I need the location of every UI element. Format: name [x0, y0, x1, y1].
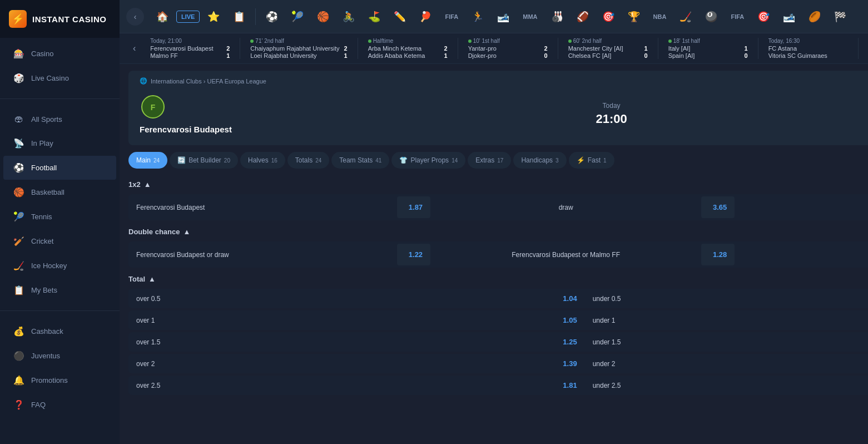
sidebar-item-live-casino[interactable]: 🎲 Live Casino	[3, 66, 116, 90]
tab-bet-builder-label: Bet Builder	[189, 156, 221, 164]
section-double-chance-title[interactable]: Double chance ▲	[128, 228, 190, 236]
sidebar-item-football[interactable]: ⚽ Football	[3, 156, 116, 180]
nav-target-button[interactable]: 🎯	[752, 6, 775, 27]
dc-opt2-odd[interactable]: 1.28	[701, 244, 735, 265]
sidebar-item-ice-hockey[interactable]: 🏒 Ice Hockey	[3, 254, 116, 278]
chevron-up-icon-2: ▲	[183, 228, 190, 236]
tab-extras[interactable]: Extras 17	[468, 152, 511, 169]
dc-opt2-label: Ferencvarosi Budapest or Malmo FF	[433, 244, 699, 265]
tab-handicaps[interactable]: Handicaps 3	[513, 152, 566, 169]
ticker-arrow-left[interactable]: ‹	[128, 43, 140, 53]
ticker-team-away-4: Chelsea FC [AI]	[568, 52, 612, 59]
nav-pencil-button[interactable]: ✏️	[388, 6, 411, 27]
ticker-match-6[interactable]: Today, 16:30 FC Astana Vitoria SC Guimar…	[758, 38, 859, 59]
sidebar-item-basketball[interactable]: 🏀 Basketball	[3, 180, 116, 204]
total-over-odd-1[interactable]: 1.05	[546, 310, 585, 330]
ticker-match-3[interactable]: 10' 1st half Yantar-pro 2 Djoker-pro 0	[458, 38, 558, 59]
tab-fast-count: 1	[603, 157, 607, 164]
sidebar-item-my-bets[interactable]: 📋 My Bets	[3, 278, 116, 302]
nav-darts-button[interactable]: 🎯	[597, 6, 620, 27]
tab-main[interactable]: Main 24	[128, 152, 167, 169]
promotions-icon: 🔔	[13, 375, 24, 386]
nav-tabletennis-button[interactable]: 🏓	[414, 6, 437, 27]
nav-football-button[interactable]: ⚽	[260, 6, 284, 27]
nav-golf-button[interactable]: ⛳	[363, 6, 386, 27]
ticker-match-7[interactable]: Today, 18:45 Besiktas Istanbul Maccabi T…	[859, 38, 868, 59]
tab-player-props[interactable]: 👕 Player Props 14	[391, 152, 465, 169]
bet-home-odd[interactable]: 1.87	[397, 196, 430, 218]
collapse-sidebar-button[interactable]: ‹	[126, 8, 144, 26]
nav-mma-button[interactable]: MMA	[517, 9, 543, 24]
sidebar-item-tennis[interactable]: 🎾 Tennis	[3, 205, 116, 229]
cashback-icon: 💰	[13, 326, 24, 337]
team-home-badge: F	[140, 93, 166, 120]
globe-icon: 🌐	[140, 77, 147, 85]
tab-bet-builder-count: 20	[224, 157, 230, 164]
nav-fifa2-button[interactable]: FIFA	[725, 9, 750, 24]
ticker-match-5[interactable]: 18' 1st half Italy [AI] 1 Spain [AI] 0	[658, 38, 758, 59]
total-over-odd-2[interactable]: 1.25	[546, 332, 585, 352]
sidebar-item-in-play[interactable]: 📡 In Play	[3, 131, 116, 155]
nav-list-button[interactable]: 📋	[227, 6, 251, 27]
nav-nba-button[interactable]: NBA	[648, 9, 672, 24]
sidebar-item-label: Football	[31, 164, 57, 172]
sidebar-item-faq[interactable]: ❓ FAQ	[3, 393, 116, 417]
ticker-row-home-3: Yantar-pro 2	[468, 45, 548, 52]
sidebar-item-casino[interactable]: 🎰 Casino	[3, 42, 116, 66]
bet-row-1x2: Ferencvarosi Budapest 1.87 draw 3.65 Mal…	[128, 194, 868, 220]
match-teams: F Ferencvarosi Budapest Today 21:00	[140, 93, 868, 134]
bet-home-label: Ferencvarosi Budapest	[128, 197, 395, 218]
nav-flag-button[interactable]: 🏁	[829, 6, 852, 27]
brand-name: INSTANT CASINO	[32, 14, 106, 24]
nav-running-button[interactable]: 🏃	[466, 6, 489, 27]
sidebar-item-cashback[interactable]: 💰 Cashback	[3, 319, 116, 343]
section-total-title[interactable]: Total ▲	[128, 275, 156, 283]
total-row-4: over 2.5 1.81 under 2.5 1.96	[128, 376, 868, 395]
nav-skiing-button[interactable]: 🎿	[492, 6, 515, 27]
section-1x2-title[interactable]: 1x2 ▲	[128, 180, 151, 189]
content-scroll: 🌐 International Clubs › UEFA Europa Leag…	[120, 64, 868, 444]
tab-totals[interactable]: Totals 24	[287, 152, 329, 169]
sidebar-item-label: Live Casino	[31, 74, 69, 82]
nav-cycling-button[interactable]: 🚴	[337, 6, 360, 27]
total-over-odd-0[interactable]: 1.04	[546, 289, 585, 308]
nav-hockey-button[interactable]: 🏒	[674, 6, 697, 27]
nav-favorites-button[interactable]: ⭐	[202, 6, 225, 27]
sidebar-item-juventus[interactable]: ⚫ Juventus	[3, 344, 116, 368]
nav-billiards-button[interactable]: 🎱	[700, 6, 723, 27]
tab-halves[interactable]: Halves 16	[240, 152, 285, 169]
ticker-score-away-0: 1	[226, 52, 230, 59]
ticker-match-4[interactable]: 60' 2nd half Manchester City [AI] 1 Chel…	[558, 38, 658, 59]
sidebar-item-cricket[interactable]: 🏏 Cricket	[3, 229, 116, 253]
ticker-time-2: Halftime	[368, 38, 448, 44]
ticker-team-home-2: Arba Minch Ketema	[368, 45, 422, 52]
ticker-row-away-1: Loei Rajabhat University 1	[250, 52, 347, 59]
nav-americanfootball-button[interactable]: 🏈	[571, 6, 594, 27]
nav-bowling-button[interactable]: 🎳	[545, 6, 569, 27]
sidebar-item-all-sports[interactable]: 🏟 All Sports	[3, 107, 116, 131]
total-over-odd-4[interactable]: 1.81	[546, 376, 585, 395]
dc-opt1-odd[interactable]: 1.22	[397, 244, 430, 265]
nav-ski2-button[interactable]: 🎿	[777, 6, 801, 27]
ticker-match-1[interactable]: 71' 2nd half Chaiyaphum Rajabhat Univers…	[240, 38, 358, 59]
sidebar-item-label: All Sports	[31, 115, 62, 124]
nav-live-button[interactable]: LIVE	[176, 11, 200, 23]
nav-home-button[interactable]: 🏠	[151, 6, 174, 27]
nav-tennis-button[interactable]: 🎾	[286, 6, 309, 27]
ticker-time-1: 71' 2nd half	[250, 38, 347, 44]
nav-rugby-button[interactable]: 🏉	[803, 6, 826, 27]
sidebar-item-label: Tennis	[31, 213, 52, 221]
ticker-match-0[interactable]: Today, 21:00 Ferencvarosi Budapest 2 Mal…	[140, 38, 240, 59]
nav-basketball-button[interactable]: 🏀	[311, 6, 335, 27]
tab-team-stats[interactable]: Team Stats 41	[331, 152, 389, 169]
ticker-match-2[interactable]: Halftime Arba Minch Ketema 2 Addis Ababa…	[358, 38, 458, 59]
tab-bet-builder[interactable]: 🔄 Bet Builder 20	[170, 152, 238, 169]
nav-trophy-button[interactable]: 🏆	[622, 6, 646, 27]
bet-draw-odd[interactable]: 3.65	[701, 196, 735, 218]
total-over-odd-3[interactable]: 1.39	[546, 354, 585, 373]
nav-fifa-button[interactable]: FIFA	[439, 9, 464, 24]
sidebar-item-label: Casino	[31, 50, 53, 58]
tab-fast[interactable]: ⚡ Fast 1	[569, 152, 614, 169]
sidebar-divider-2	[0, 310, 120, 311]
sidebar-item-promotions[interactable]: 🔔 Promotions	[3, 368, 116, 392]
